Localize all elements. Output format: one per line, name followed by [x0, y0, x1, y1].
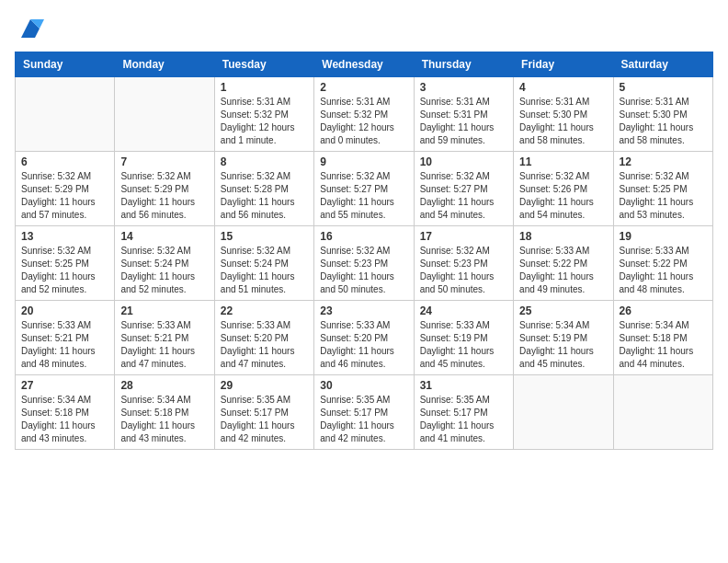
day-info: Sunrise: 5:33 AM Sunset: 5:22 PM Dayligh…: [620, 245, 707, 296]
calendar-cell: 12Sunrise: 5:32 AM Sunset: 5:25 PM Dayli…: [613, 152, 712, 226]
day-info: Sunrise: 5:34 AM Sunset: 5:18 PM Dayligh…: [120, 394, 208, 445]
day-info: Sunrise: 5:32 AM Sunset: 5:29 PM Dayligh…: [120, 170, 208, 222]
day-info: Sunrise: 5:32 AM Sunset: 5:23 PM Dayligh…: [420, 245, 507, 296]
day-number: 19: [620, 230, 707, 243]
day-number: 6: [21, 155, 108, 168]
calendar-cell: 27Sunrise: 5:34 AM Sunset: 5:18 PM Dayli…: [16, 375, 115, 450]
day-info: Sunrise: 5:34 AM Sunset: 5:18 PM Dayligh…: [620, 319, 707, 371]
calendar-cell: 8Sunrise: 5:32 AM Sunset: 5:28 PM Daylig…: [214, 152, 313, 226]
calendar-cell: 21Sunrise: 5:33 AM Sunset: 5:21 PM Dayli…: [115, 301, 214, 375]
day-info: Sunrise: 5:32 AM Sunset: 5:26 PM Dayligh…: [519, 170, 607, 222]
calendar-cell: 29Sunrise: 5:35 AM Sunset: 5:17 PM Dayli…: [214, 375, 313, 450]
day-info: Sunrise: 5:31 AM Sunset: 5:30 PM Dayligh…: [519, 96, 607, 147]
day-info: Sunrise: 5:35 AM Sunset: 5:17 PM Dayligh…: [420, 394, 507, 445]
weekday-header-row: SundayMondayTuesdayWednesdayThursdayFrid…: [16, 52, 713, 77]
day-info: Sunrise: 5:32 AM Sunset: 5:23 PM Dayligh…: [320, 245, 407, 296]
calendar-cell: 17Sunrise: 5:32 AM Sunset: 5:23 PM Dayli…: [414, 226, 513, 301]
day-info: Sunrise: 5:33 AM Sunset: 5:20 PM Dayligh…: [320, 319, 407, 371]
day-info: Sunrise: 5:33 AM Sunset: 5:21 PM Dayligh…: [120, 319, 208, 371]
calendar-week-row: 20Sunrise: 5:33 AM Sunset: 5:21 PM Dayli…: [16, 301, 713, 375]
day-number: 28: [120, 379, 208, 392]
day-info: Sunrise: 5:32 AM Sunset: 5:29 PM Dayligh…: [21, 170, 108, 222]
calendar-cell: 2Sunrise: 5:31 AM Sunset: 5:32 PM Daylig…: [314, 77, 414, 152]
day-info: Sunrise: 5:31 AM Sunset: 5:32 PM Dayligh…: [221, 96, 308, 147]
day-info: Sunrise: 5:32 AM Sunset: 5:25 PM Dayligh…: [620, 170, 707, 222]
day-number: 29: [221, 379, 308, 392]
day-info: Sunrise: 5:31 AM Sunset: 5:30 PM Dayligh…: [620, 96, 707, 147]
weekday-header-friday: Friday: [514, 52, 613, 77]
calendar-cell: 25Sunrise: 5:34 AM Sunset: 5:19 PM Dayli…: [514, 301, 613, 375]
day-info: Sunrise: 5:32 AM Sunset: 5:24 PM Dayligh…: [221, 245, 308, 296]
weekday-header-saturday: Saturday: [613, 52, 712, 77]
day-number: 31: [420, 379, 507, 392]
day-number: 11: [519, 155, 607, 168]
day-info: Sunrise: 5:32 AM Sunset: 5:25 PM Dayligh…: [21, 245, 108, 296]
day-number: 9: [320, 155, 407, 168]
calendar-table: SundayMondayTuesdayWednesdayThursdayFrid…: [15, 52, 713, 450]
calendar-week-row: 1Sunrise: 5:31 AM Sunset: 5:32 PM Daylig…: [16, 77, 713, 152]
day-info: Sunrise: 5:32 AM Sunset: 5:24 PM Dayligh…: [120, 245, 208, 296]
day-number: 12: [620, 155, 707, 168]
calendar-cell: [613, 375, 712, 450]
day-number: 2: [320, 81, 407, 94]
day-number: 27: [21, 379, 108, 392]
day-number: 1: [221, 81, 308, 94]
day-number: 22: [221, 304, 308, 317]
calendar-cell: 7Sunrise: 5:32 AM Sunset: 5:29 PM Daylig…: [115, 152, 214, 226]
day-number: 23: [320, 304, 407, 317]
day-info: Sunrise: 5:32 AM Sunset: 5:28 PM Dayligh…: [221, 170, 308, 222]
weekday-header-thursday: Thursday: [414, 52, 513, 77]
calendar-cell: [115, 77, 214, 152]
day-number: 5: [620, 81, 707, 94]
weekday-header-tuesday: Tuesday: [214, 52, 313, 77]
calendar-cell: 1Sunrise: 5:31 AM Sunset: 5:32 PM Daylig…: [214, 77, 313, 152]
day-number: 8: [221, 155, 308, 168]
day-info: Sunrise: 5:33 AM Sunset: 5:22 PM Dayligh…: [519, 245, 607, 296]
logo: [15, 15, 44, 42]
day-number: 14: [120, 230, 208, 243]
day-number: 20: [21, 304, 108, 317]
day-info: Sunrise: 5:33 AM Sunset: 5:20 PM Dayligh…: [221, 319, 308, 371]
day-number: 15: [221, 230, 308, 243]
day-info: Sunrise: 5:32 AM Sunset: 5:27 PM Dayligh…: [320, 170, 407, 222]
calendar-cell: [16, 77, 115, 152]
calendar-cell: 19Sunrise: 5:33 AM Sunset: 5:22 PM Dayli…: [613, 226, 712, 301]
calendar-week-row: 6Sunrise: 5:32 AM Sunset: 5:29 PM Daylig…: [16, 152, 713, 226]
calendar-cell: 31Sunrise: 5:35 AM Sunset: 5:17 PM Dayli…: [414, 375, 513, 450]
day-number: 30: [320, 379, 407, 392]
day-number: 25: [519, 304, 607, 317]
day-number: 3: [420, 81, 507, 94]
calendar-cell: 3Sunrise: 5:31 AM Sunset: 5:31 PM Daylig…: [414, 77, 513, 152]
calendar-cell: 24Sunrise: 5:33 AM Sunset: 5:19 PM Dayli…: [414, 301, 513, 375]
calendar-week-row: 27Sunrise: 5:34 AM Sunset: 5:18 PM Dayli…: [16, 375, 713, 450]
calendar-cell: 6Sunrise: 5:32 AM Sunset: 5:29 PM Daylig…: [16, 152, 115, 226]
day-info: Sunrise: 5:32 AM Sunset: 5:27 PM Dayligh…: [420, 170, 507, 222]
day-number: 10: [420, 155, 507, 168]
calendar-cell: 20Sunrise: 5:33 AM Sunset: 5:21 PM Dayli…: [16, 301, 115, 375]
day-info: Sunrise: 5:33 AM Sunset: 5:21 PM Dayligh…: [21, 319, 108, 371]
calendar-cell: 13Sunrise: 5:32 AM Sunset: 5:25 PM Dayli…: [16, 226, 115, 301]
calendar-cell: 15Sunrise: 5:32 AM Sunset: 5:24 PM Dayli…: [214, 226, 313, 301]
day-number: 7: [120, 155, 208, 168]
day-number: 17: [420, 230, 507, 243]
calendar-cell: 30Sunrise: 5:35 AM Sunset: 5:17 PM Dayli…: [314, 375, 414, 450]
calendar-cell: 16Sunrise: 5:32 AM Sunset: 5:23 PM Dayli…: [314, 226, 414, 301]
calendar-cell: 9Sunrise: 5:32 AM Sunset: 5:27 PM Daylig…: [314, 152, 414, 226]
day-info: Sunrise: 5:34 AM Sunset: 5:18 PM Dayligh…: [21, 394, 108, 445]
weekday-header-wednesday: Wednesday: [314, 52, 414, 77]
logo-icon: [17, 15, 44, 42]
calendar-cell: 23Sunrise: 5:33 AM Sunset: 5:20 PM Dayli…: [314, 301, 414, 375]
calendar-cell: 26Sunrise: 5:34 AM Sunset: 5:18 PM Dayli…: [613, 301, 712, 375]
day-info: Sunrise: 5:35 AM Sunset: 5:17 PM Dayligh…: [320, 394, 407, 445]
calendar-cell: [514, 375, 613, 450]
weekday-header-sunday: Sunday: [16, 52, 115, 77]
calendar-cell: 4Sunrise: 5:31 AM Sunset: 5:30 PM Daylig…: [514, 77, 613, 152]
day-info: Sunrise: 5:35 AM Sunset: 5:17 PM Dayligh…: [221, 394, 308, 445]
calendar-cell: 10Sunrise: 5:32 AM Sunset: 5:27 PM Dayli…: [414, 152, 513, 226]
calendar-cell: 22Sunrise: 5:33 AM Sunset: 5:20 PM Dayli…: [214, 301, 313, 375]
day-number: 13: [21, 230, 108, 243]
page-header: [15, 15, 713, 42]
calendar-cell: 14Sunrise: 5:32 AM Sunset: 5:24 PM Dayli…: [115, 226, 214, 301]
day-number: 16: [320, 230, 407, 243]
day-info: Sunrise: 5:33 AM Sunset: 5:19 PM Dayligh…: [420, 319, 507, 371]
